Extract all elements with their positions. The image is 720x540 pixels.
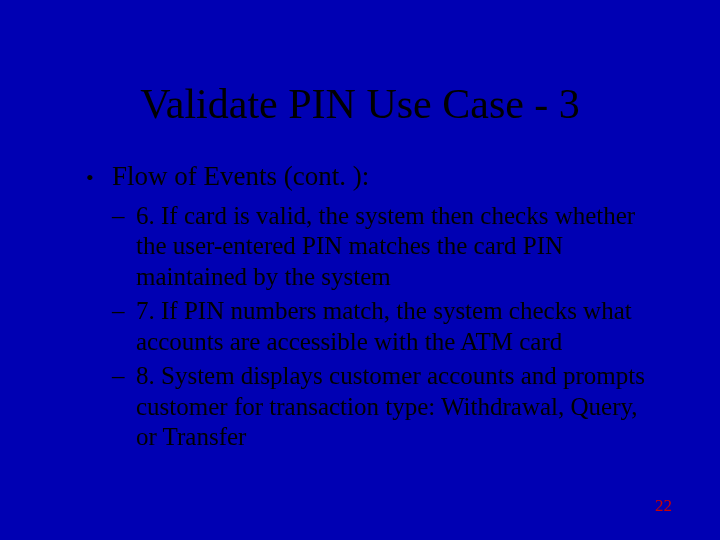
list-item-text: Flow of Events (cont. ): [112, 160, 646, 193]
list-item: – 6. If card is valid, the system then c… [112, 201, 646, 293]
bullet-icon: • [86, 165, 112, 192]
list-item-text: 8. System displays customer accounts and… [136, 361, 646, 453]
list-item: • Flow of Events (cont. ): [86, 160, 646, 193]
slide-title: Validate PIN Use Case - 3 [0, 80, 720, 128]
slide-body: • Flow of Events (cont. ): – 6. If card … [86, 160, 646, 457]
dash-icon: – [112, 296, 136, 327]
list-item-text: 6. If card is valid, the system then che… [136, 201, 646, 293]
slide: Validate PIN Use Case - 3 • Flow of Even… [0, 0, 720, 540]
list-item: – 8. System displays customer accounts a… [112, 361, 646, 453]
page-number: 22 [655, 496, 672, 516]
dash-icon: – [112, 201, 136, 232]
dash-icon: – [112, 361, 136, 392]
list-item-text: 7. If PIN numbers match, the system chec… [136, 296, 646, 357]
list-item: – 7. If PIN numbers match, the system ch… [112, 296, 646, 357]
